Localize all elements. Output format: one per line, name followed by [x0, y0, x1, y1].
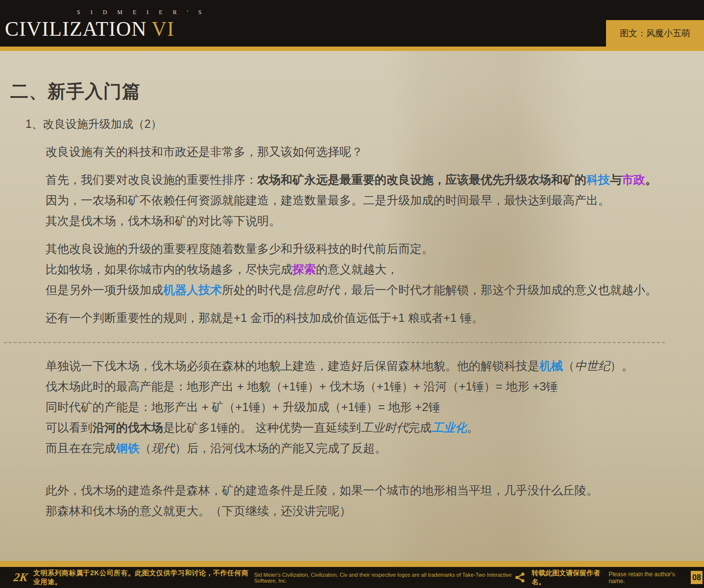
footer-disclaimer-en: Sid Meier's Civilization, Civilization, … — [254, 572, 515, 584]
text-run: 比如牧场，如果你城市内的牧场越多，尽快完成 — [46, 263, 292, 276]
footer-disclaimer-cn: 文明系列商标属于2K公司所有。此图文仅供学习和讨论，不作任何商业用途。 — [33, 569, 251, 587]
text-line: 还有一个判断重要性的规则，那就是+1 金币的科技加成价值远低于+1 粮或者+1 … — [46, 308, 704, 328]
text-run: 工业时代 — [361, 421, 408, 434]
paragraph: 此外，伐木场的建造条件是森林，矿的建造条件是丘陵，如果一个城市的地形相当平坦，几… — [46, 480, 704, 521]
text-run: 机器人技术 — [163, 283, 222, 296]
paragraph: 首先，我们要对改良设施的重要性排序：农场和矿永远是最重要的改良设施，应该最优先升… — [46, 170, 704, 231]
text-run: 沿河的伐木场 — [93, 421, 163, 434]
text-line: 同时代矿的产能是：地形产出 + 矿（+1锤）+ 升级加成（+1锤）= 地形 +2… — [46, 397, 704, 417]
text-run: 信息时代 — [292, 283, 340, 296]
paragraph: 其他改良设施的升级的重要程度随着数量多少和升级科技的时代前后而定。比如牧场，如果… — [46, 239, 704, 300]
footer-retain-en: Please retain the author's name. — [608, 571, 684, 585]
text-line: 其次是伐木场，伐木场和矿的对比等下说明。 — [46, 211, 704, 231]
text-run: 中世纪 — [575, 359, 610, 372]
footer-bar: 2K 文明系列商标属于2K公司所有。此图文仅供学习和讨论，不作任何商业用途。 S… — [0, 567, 704, 588]
credit-text: 图文：风魔小五萌 — [620, 27, 690, 39]
text-run: 还有一个判断重要性的规则，那就是+1 金币的科技加成价值远低于+1 粮或者+1 … — [46, 311, 484, 324]
text-run: 探索 — [292, 263, 316, 276]
footer-gold-strip — [0, 561, 704, 567]
text-run: 单独说一下伐木场，伐木场必须在森林的地貌上建造，建造好后保留森林地貌。他的解锁科… — [46, 359, 539, 372]
text-run: 而且在在完成 — [46, 441, 116, 455]
text-run: 农场和矿永远是最重要的改良设施，应该最优先升级农场和矿的 — [257, 173, 586, 186]
paragraph: 还有一个判断重要性的规则，那就是+1 金币的科技加成价值远低于+1 粮或者+1 … — [46, 308, 704, 328]
header-gold-strip — [0, 47, 704, 51]
text-run: （ — [140, 441, 151, 455]
text-run: 。 — [467, 421, 479, 434]
text-run: 但是另外一项升级加成 — [46, 283, 163, 296]
text-run: 科技 — [586, 173, 610, 186]
text-line: 改良设施有关的科技和市政还是非常多，那又该如何选择呢？ — [46, 142, 704, 162]
text-run: 改良设施有关的科技和市政还是非常多，那又该如何选择呢？ — [46, 145, 363, 158]
section-divider — [4, 342, 665, 343]
text-line: 可以看到沿河的伐木场是比矿多1锤的。 这种优势一直延续到工业时代完成工业化。 — [46, 417, 704, 438]
text-run: 机械 — [539, 359, 563, 372]
text-run: 市政 — [622, 173, 645, 186]
text-run: 首先，我们要对改良设施的重要性排序： — [46, 173, 257, 186]
share-icon — [514, 572, 526, 583]
text-run: 那森林和伐木场的意义就更大。（下页继续，还没讲完呢） — [46, 504, 351, 517]
text-run: ）后，沿河伐木场的产能又完成了反超。 — [175, 441, 387, 455]
brand-sid-meiers: S I D M E I E R ' S — [77, 9, 206, 16]
text-run: 伐木场此时的最高产能是：地形产出 + 地貌（+1锤）+ 伐木场（+1锤）+ 沿河… — [46, 380, 558, 393]
text-run: 是比矿多1锤的。 这种优势一直延续到 — [163, 421, 361, 434]
text-run: 所处的时代是 — [222, 283, 292, 296]
text-run: 与 — [610, 173, 622, 186]
brand-civilization-text: CIVILIZATION — [5, 18, 147, 40]
text-run: 其他改良设施的升级的重要程度随着数量多少和升级科技的时代前后而定。 — [46, 242, 434, 255]
page-title: 二、新手入门篇 — [10, 79, 704, 104]
text-line: 此外，伐木场的建造条件是森林，矿的建造条件是丘陵，如果一个城市的地形相当平坦，几… — [46, 480, 704, 501]
page-subtitle: 1、改良设施升级加成（2） — [25, 117, 704, 132]
text-line: 其他改良设施的升级的重要程度随着数量多少和升级科技的时代前后而定。 — [46, 239, 704, 259]
text-run: （ — [563, 359, 575, 372]
text-line: 而且在在完成钢铁（现代）后，沿河伐木场的产能又完成了反超。 — [46, 438, 704, 459]
text-run: 此外，伐木场的建造条件是森林，矿的建造条件是丘陵，如果一个城市的地形相当平坦，几… — [46, 484, 598, 497]
top-header-bar: S I D M E I E R ' S CIVILIZATIONVI 图文：风魔… — [0, 0, 704, 47]
text-run: 同时代矿的产能是：地形产出 + 矿（+1锤）+ 升级加成（+1锤）= 地形 +2… — [46, 400, 440, 414]
text-run: 。 — [645, 173, 657, 186]
2k-logo: 2K — [13, 571, 28, 584]
civilization-logo: S I D M E I E R ' S CIVILIZATIONVI — [5, 9, 206, 41]
paragraph: 单独说一下伐木场，伐木场必须在森林的地貌上建造，建造好后保留森林地貌。他的解锁科… — [46, 356, 704, 459]
text-line: 因为，一农场和矿不依赖任何资源就能建造，建造数量最多。二是升级加成的时间最早，最… — [46, 190, 704, 211]
page-number-badge: 08 — [691, 571, 703, 584]
text-run: 工业化 — [432, 421, 467, 434]
text-line: 但是另外一项升级加成机器人技术所处的时代是信息时代，最后一个时代才能解锁，那这个… — [46, 280, 704, 300]
text-run: ）。 — [610, 359, 633, 372]
footer-retain-cn: 转载此图文请保留作者名。 — [532, 569, 605, 587]
text-run: 其次是伐木场，伐木场和矿的对比等下说明。 — [46, 214, 281, 227]
text-line: 比如牧场，如果你城市内的牧场越多，尽快完成探索的意义就越大， — [46, 259, 704, 280]
text-line: 那森林和伐木场的意义就更大。（下页继续，还没讲完呢） — [46, 501, 704, 521]
text-line: 单独说一下伐木场，伐木场必须在森林的地貌上建造，建造好后保留森林地貌。他的解锁科… — [46, 356, 704, 376]
paragraphs-container: 改良设施有关的科技和市政还是非常多，那又该如何选择呢？首先，我们要对改良设施的重… — [46, 142, 704, 521]
brand-numeral: VI — [152, 18, 174, 40]
text-run: 因为，一农场和矿不依赖任何资源就能建造，建造数量最多。二是升级加成的时间最早，最… — [46, 194, 610, 207]
text-run: ，最后一个时代才能解锁，那这个升级加成的意义也就越小。 — [340, 283, 657, 296]
paragraph: 改良设施有关的科技和市政还是非常多，那又该如何选择呢？ — [46, 142, 704, 162]
text-run: 可以看到 — [46, 421, 93, 434]
text-run: 的意义就越大， — [316, 263, 398, 276]
guide-page: S I D M E I E R ' S CIVILIZATIONVI 图文：风魔… — [0, 0, 704, 588]
text-run: 完成 — [408, 421, 432, 434]
text-run: 钢铁 — [116, 441, 140, 455]
text-run: 现代 — [151, 441, 175, 455]
credit-badge: 图文：风魔小五萌 — [606, 20, 704, 47]
text-line: 首先，我们要对改良设施的重要性排序：农场和矿永远是最重要的改良设施，应该最优先升… — [46, 170, 704, 190]
content-area: 二、新手入门篇 1、改良设施升级加成（2） 改良设施有关的科技和市政还是非常多，… — [0, 51, 704, 561]
brand-wordmark: CIVILIZATIONVI — [5, 17, 206, 41]
text-line: 伐木场此时的最高产能是：地形产出 + 地貌（+1锤）+ 伐木场（+1锤）+ 沿河… — [46, 376, 704, 397]
